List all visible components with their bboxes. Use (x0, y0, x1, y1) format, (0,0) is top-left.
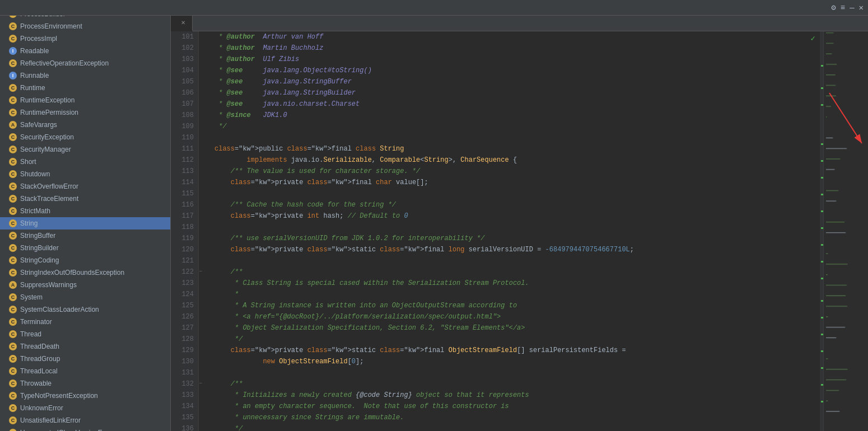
line-number-114: 114 (175, 177, 194, 188)
line-number-129: 129 (175, 345, 194, 356)
gutter-row-132[interactable]: − (199, 378, 210, 390)
line-number-127: 127 (175, 322, 194, 334)
sidebar-item-label-short: Short (20, 158, 36, 166)
sidebar-item-suppresswarnings[interactable]: ASuppressWarnings (0, 279, 170, 291)
sidebar-item-stacktraceelement[interactable]: CStackTraceElement (0, 193, 170, 205)
class-icon-unsupportedclassversionerror: C (9, 429, 17, 431)
class-icon-processbuilder: C (9, 16, 17, 18)
sidebar-item-short[interactable]: CShort (0, 156, 170, 168)
sidebar-item-label-typenotpresentexception: TypeNotPresentException (20, 392, 98, 400)
code-content[interactable]: * @author Arthur van Hoff * @author Mart… (210, 31, 820, 431)
gutter-row-128[interactable] (199, 334, 210, 345)
class-icon-string: C (9, 219, 17, 227)
minimize-icon[interactable]: — (850, 3, 854, 12)
sidebar-item-terminator[interactable]: CTerminator (0, 316, 170, 328)
sidebar-item-reflectiveoperationexception[interactable]: CReflectiveOperationException (0, 57, 170, 69)
gutter-row-127 (199, 322, 210, 334)
sidebar-item-strictmath[interactable]: CStrictMath (0, 205, 170, 217)
sidebar-item-safevarargs[interactable]: ASafeVarargs (0, 119, 170, 131)
sidebar-item-throwable[interactable]: CThrowable (0, 377, 170, 390)
sidebar-item-system[interactable]: CSystem (0, 291, 170, 303)
code-line-128: */ (214, 334, 815, 345)
sidebar-item-stringbuilder[interactable]: CStringBuilder (0, 242, 170, 254)
sidebar-item-securityexception[interactable]: CSecurityException (0, 131, 170, 143)
sidebar-item-processimpl[interactable]: CProcessImpl (0, 32, 170, 45)
sidebar-item-label-threadgroup: ThreadGroup (20, 355, 60, 363)
sidebar-item-label-threadlocal: ThreadLocal (20, 367, 58, 375)
line-number-110: 110 (175, 132, 194, 143)
sidebar-item-label-runtimepermission: RuntimePermission (20, 109, 78, 116)
sidebar-item-label-runtimeexception: RuntimeException (20, 96, 74, 104)
sidebar-item-threadlocal[interactable]: CThreadLocal (0, 365, 170, 377)
sidebar-item-unsupportedclassversionerror[interactable]: CUnsupportedClassVersionError (0, 427, 170, 431)
sidebar-item-stringcoding[interactable]: CStringCoding (0, 254, 170, 266)
line-number-130: 130 (175, 356, 194, 367)
gutter-row-123 (199, 278, 210, 289)
sidebar-item-label-unknownerror: UnknownError (20, 404, 63, 412)
sidebar-item-threadgroup[interactable]: CThreadGroup (0, 353, 170, 365)
sidebar-item-runtimepermission[interactable]: CRuntimePermission (0, 106, 170, 119)
sidebar-item-label-securitymanager: SecurityManager (20, 146, 71, 153)
minimap[interactable] (823, 31, 868, 431)
code-editor: 1011021031041051061071081091101111121131… (171, 31, 868, 431)
class-icon-stackoverflowerror: C (9, 182, 17, 190)
gutter-row-117 (199, 210, 210, 222)
sidebar-item-systemclassloaderaction[interactable]: CSystemClassLoaderAction (0, 303, 170, 316)
layout-icon[interactable]: ≡ (841, 3, 845, 12)
sidebar-item-unknownerror[interactable]: CUnknownError (0, 402, 170, 414)
sidebar-item-runtimeexception[interactable]: CRuntimeException (0, 94, 170, 106)
class-icon-stringindexoutofboundsexception: C (9, 269, 17, 277)
gutter-row-122[interactable]: − (199, 266, 210, 278)
sidebar-item-label-processenvironment: ProcessEnvironment (20, 22, 82, 30)
sidebar-item-threaddeath[interactable]: CThreadDeath (0, 340, 170, 353)
line-number-109: 109 (175, 121, 194, 132)
class-icon-threadgroup: C (9, 355, 17, 363)
sidebar-item-stackoverflowerror[interactable]: CStackOverflowError (0, 180, 170, 193)
class-icon-stringbuffer: C (9, 232, 17, 240)
sidebar-item-readable[interactable]: IReadable (0, 45, 170, 57)
tab-string-java[interactable]: ✕ (171, 16, 193, 31)
sidebar-item-securitymanager[interactable]: CSecurityManager (0, 143, 170, 156)
close-icon[interactable]: ✕ (859, 3, 864, 12)
code-line-124: * (214, 289, 815, 300)
tab-bar: ✕ (171, 16, 868, 31)
sidebar-item-label-terminator: Terminator (20, 318, 52, 326)
gutter-row-115 (199, 188, 210, 199)
sidebar-item-stringindexoutofboundsexception[interactable]: CStringIndexOutOfBoundsException (0, 266, 170, 279)
line-number-131: 131 (175, 367, 194, 378)
sidebar-item-typenotpresentexception[interactable]: CTypeNotPresentException (0, 390, 170, 402)
line-number-118: 118 (175, 222, 194, 233)
code-line-129: class="kw">private class="kw">static cla… (214, 345, 815, 356)
code-line-107: * @see java.nio.charset.Charset (214, 99, 815, 110)
gutter-row-109 (199, 121, 210, 132)
code-line-125: * A String instance is written into an O… (214, 300, 815, 311)
sidebar-item-processenvironment[interactable]: CProcessEnvironment (0, 20, 170, 32)
sidebar-item-runnable[interactable]: IRunnable (0, 69, 170, 82)
sidebar-item-label-strictmath: StrictMath (20, 207, 50, 215)
line-number-102: 102 (175, 43, 194, 54)
settings-icon[interactable]: ⚙ (831, 3, 836, 12)
code-line-104: * @see java.lang.Object#toString() (214, 65, 815, 76)
sidebar-item-runtime[interactable]: CRuntime (0, 82, 170, 94)
code-line-131 (214, 367, 815, 378)
line-number-128: 128 (175, 334, 194, 345)
sidebar-item-thread[interactable]: CThread (0, 328, 170, 340)
tab-close-icon[interactable]: ✕ (181, 20, 185, 26)
sidebar-item-processbuilder[interactable]: CProcessBuilder (0, 16, 170, 20)
top-bar: ⚙ ≡ — ✕ (0, 0, 868, 16)
sidebar-item-unsatisfiedlinkerror[interactable]: CUnsatisfiedLinkError (0, 414, 170, 427)
class-icon-reflectiveoperationexception: C (9, 59, 17, 67)
sidebar-item-shutdown[interactable]: CShutdown (0, 168, 170, 180)
code-line-133: * Initializes a newly created {@code Str… (214, 390, 815, 401)
gutter-row-114 (199, 177, 210, 188)
code-line-130: new ObjectStreamField[0]; (214, 356, 815, 367)
gutter-row-107 (199, 99, 210, 110)
code-line-108: * @since JDK1.0 (214, 110, 815, 121)
class-icon-system: C (9, 293, 17, 301)
gutter-row-129[interactable] (199, 345, 210, 356)
editor-wrapper: 1011021031041051061071081091101111121131… (171, 31, 868, 431)
sidebar-item-stringbuffer[interactable]: CStringBuffer (0, 229, 170, 242)
sidebar-item-string[interactable]: CString (0, 217, 170, 229)
line-number-117: 117 (175, 210, 194, 222)
line-number-133: 133 (175, 390, 194, 401)
